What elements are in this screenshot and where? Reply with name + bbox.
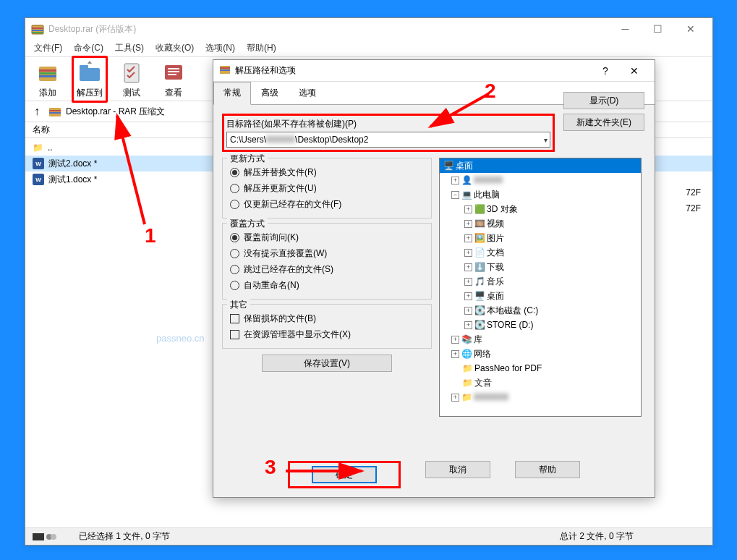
watermark: passneo.cn xyxy=(156,333,205,344)
svg-rect-7 xyxy=(39,75,56,77)
folder-icon: 📁 xyxy=(461,391,472,403)
save-settings-button[interactable]: 保存设置(V) xyxy=(262,355,392,372)
svg-rect-6 xyxy=(39,72,56,75)
radio-skip-existing[interactable]: 跳过已经存在的文件(S) xyxy=(230,261,425,277)
tree-documents[interactable]: +📄文档 xyxy=(440,245,641,260)
toolbar-add[interactable]: 添加 xyxy=(30,59,66,99)
menu-tools[interactable]: 工具(S) xyxy=(109,41,150,56)
tree-pictures[interactable]: +🖼️图片 xyxy=(440,231,641,245)
toolbar-extract-label: 解压到 xyxy=(77,87,103,99)
menu-favorites[interactable]: 收藏夹(O) xyxy=(150,41,200,56)
tree-3dobjects[interactable]: +🟩3D 对象 xyxy=(440,202,641,216)
svg-rect-8 xyxy=(80,68,100,81)
desktop-icon: 🖥️ xyxy=(474,290,485,302)
arrow-2 xyxy=(423,90,495,134)
tab-general[interactable]: 常规 xyxy=(213,82,251,105)
tree-desktop[interactable]: 🖥️桌面 xyxy=(440,158,641,173)
tree-user[interactable]: +👤XXXXX xyxy=(440,173,641,187)
svg-line-25 xyxy=(430,94,488,127)
file-name: 测试1.docx * xyxy=(48,174,97,186)
menu-file[interactable]: 文件(F) xyxy=(28,41,68,56)
radio-overwrite-silent[interactable]: 没有提示直接覆盖(W) xyxy=(230,245,425,261)
nav-up-button[interactable]: ↑ xyxy=(30,105,44,118)
toolbar-test-label: 测试 xyxy=(123,87,140,99)
tree-thispc[interactable]: −💻此电脑 xyxy=(440,187,641,202)
tree-hidden[interactable]: +📁XXXXXX xyxy=(440,390,641,404)
svg-rect-2 xyxy=(32,30,43,31)
help-button[interactable]: 帮助 xyxy=(515,461,580,478)
svg-rect-23 xyxy=(220,69,230,71)
tree-network[interactable]: +🌐网络 xyxy=(440,347,641,361)
tab-options[interactable]: 选项 xyxy=(289,82,326,104)
dialog-close-button[interactable]: ✕ xyxy=(620,65,649,77)
svg-point-20 xyxy=(51,534,56,540)
test-icon xyxy=(119,59,145,85)
file-meta: 72F xyxy=(686,200,701,216)
other-group: 其它 保留损坏的文件(B) 在资源管理器中显示文件(X) xyxy=(222,304,432,349)
update-title: 更新方式 xyxy=(227,153,268,165)
other-title: 其它 xyxy=(227,299,250,311)
status-icons xyxy=(33,533,72,540)
svg-rect-17 xyxy=(49,112,61,114)
window-title: Desktop.rar (评估版本) xyxy=(48,23,609,35)
tree-diskd[interactable]: +💽STORE (D:) xyxy=(440,318,641,332)
documents-icon: 📄 xyxy=(474,247,485,258)
folder-tree[interactable]: 🖥️桌面 +👤XXXXX −💻此电脑 +🟩3D 对象 +🎞️视频 +🖼️图片 +… xyxy=(439,158,642,417)
new-folder-button[interactable]: 新建文件夹(E) xyxy=(563,114,644,131)
check-show-explorer[interactable]: 在资源管理器中显示文件(X) xyxy=(230,326,425,342)
folder-up-icon: 📁 xyxy=(33,143,43,153)
dialog-help-button[interactable]: ? xyxy=(591,65,620,77)
toolbar-view[interactable]: 查看 xyxy=(156,59,192,99)
tree-wenyin[interactable]: 📁文音 xyxy=(440,376,641,390)
radio-update-existing[interactable]: 仅更新已经存在的文件(F) xyxy=(230,196,425,212)
tab-advanced[interactable]: 高级 xyxy=(251,82,289,104)
arrow-1 xyxy=(101,109,159,232)
minimize-button[interactable]: ─ xyxy=(609,18,642,40)
svg-rect-12 xyxy=(168,68,179,69)
svg-rect-18 xyxy=(33,533,44,540)
radio-auto-rename[interactable]: 自动重命名(N) xyxy=(230,277,425,293)
right-info-col: 72F 72F xyxy=(686,184,701,216)
file-up-label: .. xyxy=(48,143,53,153)
toolbar-add-label: 添加 xyxy=(39,87,56,99)
svg-rect-9 xyxy=(80,65,88,69)
display-button[interactable]: 显示(D) xyxy=(563,92,644,109)
tree-passneo[interactable]: 📁PassNeo for PDF xyxy=(440,361,641,376)
tree-libraries[interactable]: +📚库 xyxy=(440,332,641,347)
menu-help[interactable]: 帮助(H) xyxy=(241,41,282,56)
expand-icon[interactable]: + xyxy=(451,177,459,184)
tree-desktop2[interactable]: +🖥️桌面 xyxy=(440,289,641,303)
svg-rect-3 xyxy=(32,32,43,33)
radio-ask-overwrite[interactable]: 覆盖前询问(K) xyxy=(230,229,425,245)
disk-icon: 💽 xyxy=(474,319,485,331)
arrow-3 xyxy=(282,460,369,482)
menu-options[interactable]: 选项(N) xyxy=(200,41,241,56)
annotation-3: 3 xyxy=(265,456,276,479)
menu-commands[interactable]: 命令(C) xyxy=(68,41,109,56)
close-button[interactable]: ✕ xyxy=(674,18,707,40)
tree-video[interactable]: +🎞️视频 xyxy=(440,216,641,231)
path-input[interactable]: C:\Users\XXXXX\Desktop\Desktop2 xyxy=(226,132,550,148)
svg-rect-13 xyxy=(168,71,179,72)
toolbar-test[interactable]: 测试 xyxy=(114,59,150,99)
toolbar-extract-to[interactable]: 解压到 xyxy=(72,56,108,103)
disk-icon: 💽 xyxy=(474,305,485,316)
radio-extract-update[interactable]: 解压并更新文件(U) xyxy=(230,180,425,196)
path-label: 目标路径(如果不存在将被创建)(P) xyxy=(226,118,550,130)
cancel-button[interactable]: 取消 xyxy=(425,461,490,478)
maximize-button[interactable]: ☐ xyxy=(642,18,674,40)
dialog-title-bar: 解压路径和选项 ? ✕ xyxy=(213,60,655,82)
3d-icon: 🟩 xyxy=(474,203,485,215)
tree-music[interactable]: +🎵音乐 xyxy=(440,274,641,289)
status-total: 总计 2 文件, 0 字节 xyxy=(488,530,705,543)
check-keep-broken[interactable]: 保留损坏的文件(B) xyxy=(230,310,425,326)
tree-downloads[interactable]: +⬇️下载 xyxy=(440,260,641,274)
archive-icon xyxy=(48,105,61,118)
tree-diskc[interactable]: +💽本地磁盘 (C:) xyxy=(440,303,641,318)
downloads-icon: ⬇️ xyxy=(474,261,485,273)
music-icon: 🎵 xyxy=(474,276,485,287)
word-icon: W xyxy=(33,158,44,169)
radio-extract-replace[interactable]: 解压并替换文件(R) xyxy=(230,164,425,180)
dialog-footer: 确定 取消 帮助 xyxy=(213,461,655,488)
collapse-icon[interactable]: − xyxy=(451,191,459,199)
